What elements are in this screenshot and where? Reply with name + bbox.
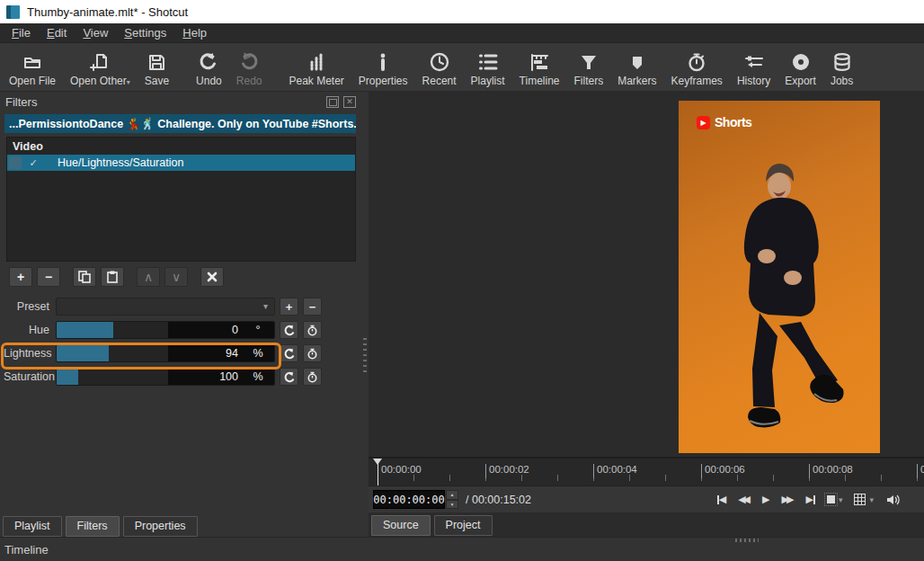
filter-actions-toolbar: + − ∧ ∨ [0, 262, 361, 290]
save-preset-button[interactable]: + [280, 298, 298, 316]
saturation-slider[interactable]: 100 % [56, 368, 275, 386]
delete-preset-button[interactable]: − [303, 298, 322, 316]
play-button[interactable]: ▶ [762, 494, 769, 505]
open-other-icon [89, 50, 111, 74]
recent-icon [429, 50, 450, 74]
main-toolbar: Open File Open Other▾ Save Undo Redo Pea… [0, 43, 924, 92]
hue-row: Hue 0 ° [4, 321, 361, 339]
move-filter-down-button[interactable]: ∨ [164, 267, 188, 287]
filter-drag-handle[interactable] [9, 156, 22, 169]
zoom-fit-button[interactable]: ▾ [827, 495, 843, 504]
open-other-button[interactable]: Open Other▾ [63, 45, 138, 88]
panel-splitter[interactable] [361, 92, 369, 537]
current-timecode-field[interactable]: 00:00:00:00 [373, 490, 445, 509]
lightness-value-box[interactable]: 94 % [168, 345, 274, 361]
tab-project[interactable]: Project [434, 515, 493, 536]
export-button[interactable]: Export [777, 45, 823, 88]
menu-settings[interactable]: Settings [116, 24, 174, 41]
chevron-down-icon: ▾ [839, 495, 843, 504]
playlist-icon [477, 50, 499, 74]
undo-button[interactable]: Undo [189, 45, 229, 88]
filter-row-selected[interactable]: ✓ Hue/Lightness/Saturation [7, 155, 355, 171]
copy-filter-button[interactable] [73, 267, 96, 287]
skip-to-start-button[interactable]: ◀ [717, 494, 726, 505]
lightness-reset-button[interactable] [280, 344, 298, 362]
saturation-value-box[interactable]: 100 % [168, 369, 274, 385]
peak-meter-button[interactable]: Peak Meter [281, 45, 351, 88]
jobs-button[interactable]: Jobs [823, 45, 860, 88]
hue-reset-button[interactable] [280, 321, 298, 339]
lightness-value[interactable]: 94 [168, 347, 242, 360]
move-filter-up-button[interactable]: ∧ [137, 267, 160, 287]
menu-bar: File Edit View Settings Help [0, 23, 924, 43]
transport-buttons: ◀ ◀◀ ▶ ▶▶ ▶ ▾ ▾ [717, 494, 901, 506]
dancer-figure [679, 101, 880, 453]
filter-section-video: Video [7, 138, 355, 155]
filters-button[interactable]: Filters [567, 45, 611, 88]
rewind-button[interactable]: ◀◀ [738, 494, 751, 505]
video-preview[interactable]: ▶ Shorts [679, 101, 880, 453]
paste-filter-button[interactable] [101, 267, 124, 287]
tab-filters[interactable]: Filters [66, 516, 120, 537]
undo-icon [198, 50, 219, 74]
preset-label: Preset [4, 300, 56, 313]
player-tabs: Source Project [369, 512, 924, 536]
playhead[interactable] [373, 459, 383, 485]
transport-bar: 00:00:00:00 ▲ ▼ / 00:00:15:02 ◀ ◀◀ ▶ ▶▶ … [369, 485, 924, 512]
fast-forward-button[interactable]: ▶▶ [782, 494, 795, 505]
menu-view[interactable]: View [75, 24, 116, 41]
menu-help[interactable]: Help [174, 24, 215, 41]
player-viewport: ▶ Shorts [369, 92, 924, 457]
saturation-reset-button[interactable] [280, 368, 298, 386]
time-ruler[interactable]: 00:00:00 00:00:02 00:00:04 00:00:06 00:0… [369, 457, 924, 485]
hue-value-box[interactable]: 0 ° [168, 322, 274, 338]
save-button[interactable]: Save [138, 45, 176, 88]
menu-edit[interactable]: Edit [39, 24, 75, 41]
timecode-spinner[interactable]: ▲ ▼ [446, 490, 458, 509]
volume-button[interactable] [885, 494, 901, 506]
keyframes-icon [686, 50, 707, 74]
hue-value[interactable]: 0 [168, 324, 242, 336]
redo-button[interactable]: Redo [229, 45, 270, 88]
preset-dropdown[interactable]: ▾ [56, 298, 275, 316]
ruler-label-partial: 00 [917, 464, 924, 478]
window-title: Thumby-animate.mlt* - Shotcut [27, 5, 188, 19]
timeline-button[interactable]: Timeline [512, 45, 567, 88]
timeline-resize-grip[interactable] [735, 539, 759, 542]
close-panel-icon[interactable]: ✕ [343, 96, 356, 108]
grid-icon [854, 494, 866, 505]
float-panel-icon[interactable] [326, 96, 339, 108]
history-button[interactable]: History [730, 45, 777, 88]
saturation-keyframes-button[interactable] [303, 368, 322, 386]
filter-list[interactable]: Video ✓ Hue/Lightness/Saturation [6, 137, 356, 262]
peak-meter-icon [306, 50, 327, 74]
playlist-button[interactable]: Playlist [464, 45, 512, 88]
recent-button[interactable]: Recent [415, 45, 464, 88]
grid-button[interactable]: ▾ [854, 494, 874, 505]
skip-to-end-button[interactable]: ▶ [805, 494, 814, 505]
markers-button[interactable]: Markers [610, 45, 663, 88]
filter-enabled-checkbox[interactable]: ✓ [22, 157, 45, 169]
timeline-icon [529, 50, 550, 74]
open-file-button[interactable]: Open File [2, 45, 63, 88]
add-filter-button[interactable]: + [9, 267, 32, 287]
ruler-label: 00:00:04 [593, 464, 637, 478]
shotcut-window: Thumby-animate.mlt* - Shotcut File Edit … [0, 0, 924, 561]
hue-slider[interactable]: 0 ° [56, 321, 275, 339]
lightness-slider[interactable]: 94 % [56, 344, 275, 362]
hue-keyframes-button[interactable] [303, 321, 322, 339]
keyframes-button[interactable]: Keyframes [664, 45, 730, 88]
properties-button[interactable]: Properties [351, 45, 415, 88]
splitter-grip[interactable] [363, 338, 367, 372]
deselect-filter-button[interactable] [200, 267, 224, 287]
spin-up-icon: ▲ [446, 490, 458, 500]
saturation-value[interactable]: 100 [168, 370, 242, 383]
filters-panel-title: Filters [5, 95, 37, 109]
remove-filter-button[interactable]: − [37, 267, 60, 287]
main-content: Filters ✕ ...PermissiontoDance 💃🕺 Challe… [0, 92, 924, 537]
tab-properties[interactable]: Properties [123, 516, 198, 537]
lightness-keyframes-button[interactable] [303, 344, 322, 362]
tab-playlist[interactable]: Playlist [3, 516, 62, 537]
menu-file[interactable]: File [4, 24, 39, 41]
tab-source[interactable]: Source [371, 515, 431, 536]
